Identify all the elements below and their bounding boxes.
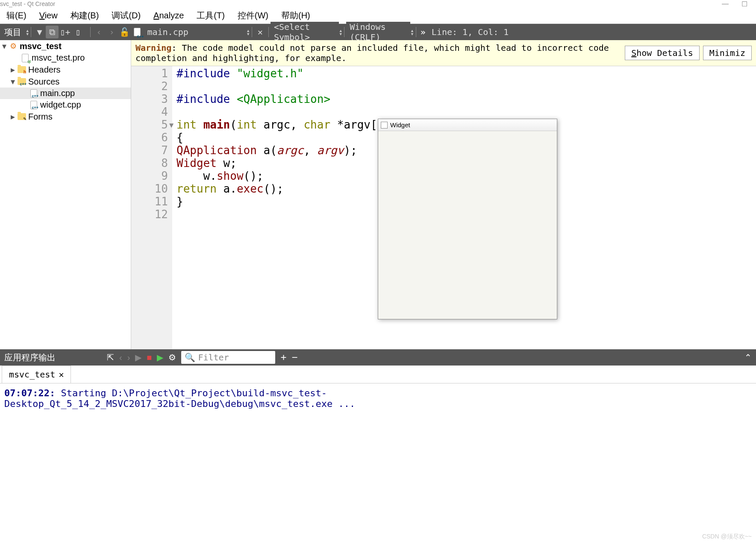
stop-icon[interactable]: ■ bbox=[147, 353, 152, 363]
expand-icon[interactable]: ▸ bbox=[9, 111, 17, 122]
tree-headers-label: Headers bbox=[28, 65, 61, 75]
line-num: 7 bbox=[131, 144, 168, 157]
tree-forms-label: Forms bbox=[28, 112, 53, 122]
run-icon[interactable]: ▶ bbox=[157, 352, 163, 363]
tree-headers[interactable]: ▸ h Headers bbox=[0, 64, 131, 76]
folder-icon: c++ bbox=[17, 77, 26, 86]
menu-build[interactable]: 构建(B) bbox=[64, 10, 106, 21]
next-icon[interactable]: › bbox=[127, 353, 130, 363]
symbol-updown-icon[interactable]: ▴▾ bbox=[339, 29, 342, 35]
attach-icon[interactable]: ⇱ bbox=[107, 352, 114, 363]
output-tab-msvc[interactable]: msvc_test ✕ bbox=[2, 366, 71, 383]
line-num: 3 bbox=[131, 93, 168, 105]
filter-placeholder: Filter bbox=[198, 352, 229, 363]
search-icon: 🔍 bbox=[185, 352, 195, 363]
tree-sources-label: Sources bbox=[28, 77, 59, 87]
encoding-updown-icon[interactable]: ▴▾ bbox=[410, 29, 414, 35]
back-icon[interactable]: ‹ bbox=[92, 26, 105, 38]
cpp-file-icon: c++ bbox=[29, 100, 38, 110]
collapse-icon[interactable]: ▾ bbox=[0, 41, 9, 51]
minimize-button[interactable]: Minimiz bbox=[703, 46, 752, 60]
lock-icon[interactable]: 🔓 bbox=[118, 26, 131, 38]
tree-main-cpp[interactable]: c++ main.cpp bbox=[0, 88, 131, 99]
warning-message: : The code model could not parse an incl… bbox=[135, 43, 609, 63]
prev-icon[interactable]: ‹ bbox=[119, 353, 122, 363]
line-num: 2 bbox=[131, 80, 168, 93]
toolbar: 项目 ▴▾ ▼ ⧉ ▯+ ▯ ‹ › 🔓 c++ main.cpp ▴▾ ✕ <… bbox=[0, 24, 756, 40]
warning-text: Warning: The code model could not parse … bbox=[135, 43, 621, 63]
filter-input[interactable]: 🔍 Filter bbox=[181, 351, 275, 364]
menu-analyze[interactable]: Analyze bbox=[147, 11, 190, 20]
play-icon[interactable]: ▶ bbox=[135, 352, 141, 363]
title-bar: svc_test - Qt Creator — ☐ bbox=[0, 0, 756, 8]
widget-title-bar[interactable]: Widget bbox=[378, 119, 557, 131]
tree-widget-cpp[interactable]: c++ widget.cpp bbox=[0, 99, 131, 111]
line-num: 4 bbox=[131, 105, 168, 118]
tree-pro-file[interactable]: qt msvc_test.pro bbox=[0, 52, 131, 64]
output-tabs: msvc_test ✕ bbox=[0, 366, 756, 383]
settings-icon[interactable]: ⚙ bbox=[168, 352, 176, 363]
warning-bar: Warning: The code model could not parse … bbox=[131, 40, 756, 66]
close-tab-icon[interactable]: ✕ bbox=[59, 369, 64, 380]
expand-icon[interactable]: ▸ bbox=[9, 64, 17, 75]
widget-window[interactable]: Widget bbox=[378, 119, 557, 319]
line-num: 12 bbox=[131, 208, 168, 221]
line-num: 6 bbox=[131, 131, 168, 144]
output-line2: Desktop_Qt_5_14_2_MSVC2017_32bit-Debug\d… bbox=[4, 398, 355, 409]
folder-icon: ✎ bbox=[17, 112, 26, 121]
collapse-icon[interactable]: ▾ bbox=[9, 76, 17, 87]
file-icon: qt bbox=[21, 53, 30, 63]
encoding-selector[interactable]: Windows (CRLF) bbox=[346, 22, 410, 42]
split-icon[interactable]: ▯+ bbox=[59, 26, 71, 38]
add-icon[interactable]: + bbox=[280, 351, 286, 363]
output-header: 应用程序输出 ⇱ ‹ › ▶ ■ ▶ ⚙ 🔍 Filter + − ⌃ bbox=[0, 349, 756, 366]
tree-widget-label: widget.cpp bbox=[40, 100, 81, 110]
filename-selector[interactable]: main.cpp bbox=[144, 27, 246, 37]
line-num: 1 bbox=[131, 67, 168, 80]
show-details-button[interactable]: Show Details bbox=[625, 46, 700, 60]
project-icon: ⚙ bbox=[9, 41, 18, 51]
project-updown-icon[interactable]: ▴▾ bbox=[26, 29, 29, 35]
close-file-icon[interactable]: ✕ bbox=[254, 26, 267, 38]
menu-view[interactable]: View bbox=[33, 11, 64, 20]
tree-root-label: msvc_test bbox=[20, 41, 62, 51]
minimize-icon[interactable]: — bbox=[722, 0, 729, 8]
menu-controls[interactable]: 控件(W) bbox=[231, 10, 275, 21]
menu-help[interactable]: 帮助(H) bbox=[275, 10, 317, 21]
watermark: CSDN @须尽欢~~ bbox=[702, 533, 752, 541]
maximize-icon[interactable]: ☐ bbox=[741, 0, 747, 8]
line-num: 5▾ bbox=[131, 118, 168, 131]
folder-icon: h bbox=[17, 65, 26, 74]
widget-title-text: Widget bbox=[390, 121, 410, 129]
output-body[interactable]: 07:07:22: Starting D:\Project\Qt_Project… bbox=[0, 383, 756, 413]
link-icon[interactable]: ⧉ bbox=[46, 26, 59, 38]
filter-icon[interactable]: ▼ bbox=[33, 26, 46, 38]
collapse-output-icon[interactable]: ⌃ bbox=[744, 352, 752, 363]
panel-icon[interactable]: ▯ bbox=[71, 26, 84, 38]
forward-icon[interactable]: › bbox=[105, 26, 118, 38]
window-controls: — ☐ bbox=[722, 0, 747, 8]
output-title: 应用程序输出 bbox=[4, 352, 56, 363]
menu-debug[interactable]: 调试(D) bbox=[105, 10, 147, 21]
warning-label: Warning bbox=[135, 43, 171, 53]
menu-tools[interactable]: 工具(T) bbox=[190, 10, 231, 21]
output-timestamp: 07:07:22: bbox=[4, 388, 55, 398]
tree-forms[interactable]: ▸ ✎ Forms bbox=[0, 111, 131, 123]
tree-sources[interactable]: ▾ c++ Sources bbox=[0, 76, 131, 88]
menu-edit[interactable]: 辑(E) bbox=[0, 10, 33, 21]
tree-root[interactable]: ▾ ⚙ msvc_test bbox=[0, 40, 131, 52]
tree-main-label: main.cpp bbox=[40, 88, 75, 98]
line-num: 10 bbox=[131, 182, 168, 195]
output-tab-label: msvc_test bbox=[9, 369, 55, 380]
output-line1: Starting D:\Project\Qt_Project\build-msv… bbox=[55, 388, 327, 398]
file-type-icon: c++ bbox=[131, 26, 144, 38]
symbol-selector[interactable]: <Select Symbol> bbox=[271, 22, 339, 42]
line-num: 9 bbox=[131, 170, 168, 182]
minus-icon[interactable]: − bbox=[291, 351, 297, 363]
project-dropdown[interactable]: 项目 bbox=[0, 26, 26, 38]
filename-updown-icon[interactable]: ▴▾ bbox=[246, 29, 250, 35]
cursor-position[interactable]: Line: 1, Col: 1 bbox=[428, 27, 512, 37]
project-tree: ▾ ⚙ msvc_test qt msvc_test.pro ▸ h Heade… bbox=[0, 40, 131, 349]
tree-pro-label: msvc_test.pro bbox=[32, 53, 85, 63]
widget-app-icon bbox=[381, 122, 388, 129]
